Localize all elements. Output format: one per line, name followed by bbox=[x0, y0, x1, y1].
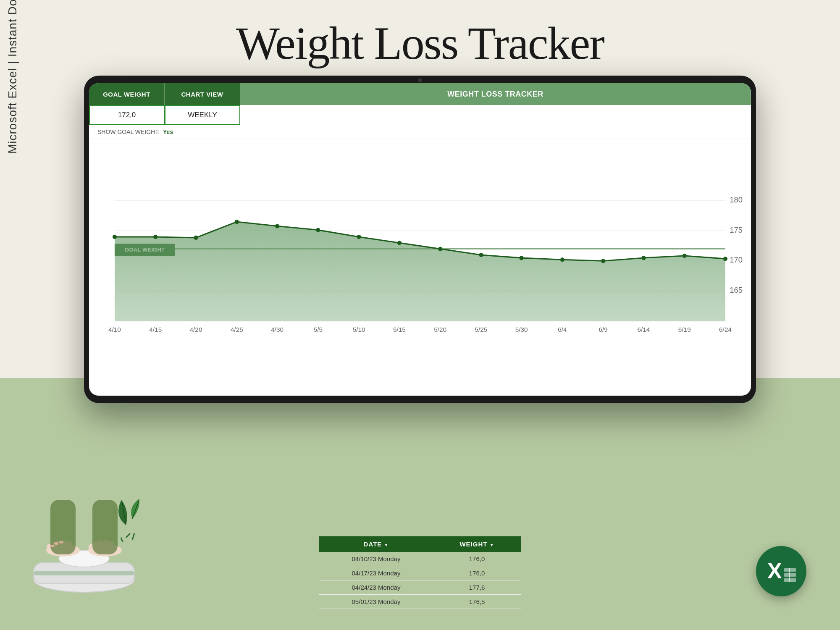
svg-text:170: 170 bbox=[730, 255, 743, 264]
svg-text:5/30: 5/30 bbox=[515, 326, 528, 333]
svg-point-25 bbox=[560, 257, 564, 262]
svg-point-23 bbox=[479, 253, 483, 257]
date-cell: 04/24/23 Monday bbox=[319, 580, 433, 595]
table-row: 05/01/23 Monday 176,5 bbox=[319, 595, 521, 609]
svg-text:180: 180 bbox=[730, 195, 743, 204]
weight-column-header[interactable]: WEIGHT ▼ bbox=[433, 536, 521, 552]
svg-text:5/25: 5/25 bbox=[475, 326, 487, 333]
svg-text:4/10: 4/10 bbox=[108, 326, 121, 333]
svg-point-27 bbox=[641, 256, 646, 260]
svg-line-76 bbox=[121, 538, 123, 542]
svg-point-24 bbox=[520, 256, 524, 260]
svg-point-14 bbox=[113, 235, 117, 239]
tablet-device: GOAL WEIGHT CHART VIEW Weight Loss Track… bbox=[84, 76, 756, 403]
page-title: Weight Loss Tracker bbox=[0, 17, 840, 70]
svg-rect-48 bbox=[784, 573, 796, 577]
svg-point-22 bbox=[438, 247, 442, 251]
sheet-inputs: 172,0 WEEKLY bbox=[89, 105, 751, 125]
table-row: 04/24/23 Monday 177,6 bbox=[319, 580, 521, 595]
weight-filter-icon[interactable]: ▼ bbox=[490, 543, 494, 547]
show-goal-label: SHOW GOAL WEIGHT: bbox=[97, 129, 160, 135]
show-goal-value[interactable]: Yes bbox=[163, 129, 173, 135]
svg-text:5/5: 5/5 bbox=[314, 326, 323, 333]
sheet-header: GOAL WEIGHT CHART VIEW Weight Loss Track… bbox=[89, 83, 751, 105]
svg-line-75 bbox=[132, 533, 134, 540]
weight-cell: 177,6 bbox=[433, 580, 521, 595]
show-goal-row: SHOW GOAL WEIGHT: Yes bbox=[89, 125, 751, 139]
weight-cell: 176,0 bbox=[433, 552, 521, 566]
svg-text:4/15: 4/15 bbox=[149, 326, 162, 333]
date-column-header[interactable]: DATE ▼ bbox=[319, 536, 433, 552]
chart-view-input[interactable]: WEEKLY bbox=[165, 105, 240, 125]
svg-text:4/30: 4/30 bbox=[271, 326, 284, 333]
svg-rect-71 bbox=[59, 541, 63, 543]
svg-text:165: 165 bbox=[730, 286, 743, 294]
scale-svg bbox=[25, 479, 143, 605]
svg-text:5/15: 5/15 bbox=[393, 326, 406, 333]
svg-point-16 bbox=[194, 236, 198, 240]
svg-text:5/20: 5/20 bbox=[434, 326, 446, 333]
weight-data-table: DATE ▼ WEIGHT ▼ 04/10/23 Monday 176,0 04… bbox=[319, 536, 521, 609]
svg-rect-68 bbox=[92, 500, 118, 554]
svg-text:6/24: 6/24 bbox=[719, 326, 732, 333]
tablet-frame: GOAL WEIGHT CHART VIEW Weight Loss Track… bbox=[84, 76, 756, 403]
date-cell: 04/17/23 Monday bbox=[319, 566, 433, 580]
svg-rect-47 bbox=[784, 568, 796, 572]
table-row: 04/17/23 Monday 176,0 bbox=[319, 566, 521, 580]
svg-point-26 bbox=[601, 259, 605, 263]
excel-logo-svg: X bbox=[762, 552, 800, 590]
date-cell: 04/10/23 Monday bbox=[319, 552, 433, 566]
svg-point-17 bbox=[235, 220, 239, 224]
side-text: Microsoft Excel | Instant Download bbox=[6, 0, 19, 154]
weight-chart: 180 175 170 165 GOAL WEIGHT bbox=[97, 139, 743, 391]
svg-text:175: 175 bbox=[730, 226, 743, 234]
svg-rect-70 bbox=[54, 542, 58, 545]
svg-point-18 bbox=[275, 224, 279, 228]
data-table-container: DATE ▼ WEIGHT ▼ 04/10/23 Monday 176,0 04… bbox=[311, 536, 529, 609]
svg-text:6/9: 6/9 bbox=[599, 326, 608, 333]
chart-view-header: CHART VIEW bbox=[165, 83, 240, 105]
svg-rect-54 bbox=[34, 571, 134, 575]
svg-point-15 bbox=[153, 235, 158, 239]
svg-text:6/14: 6/14 bbox=[638, 326, 650, 333]
svg-text:5/10: 5/10 bbox=[353, 326, 365, 333]
weight-cell: 176,0 bbox=[433, 566, 521, 580]
svg-point-21 bbox=[397, 241, 402, 245]
goal-weight-header: GOAL WEIGHT bbox=[89, 83, 165, 105]
svg-point-29 bbox=[723, 257, 727, 261]
table-row: 04/10/23 Monday 176,0 bbox=[319, 552, 521, 566]
svg-text:4/20: 4/20 bbox=[190, 326, 202, 333]
scale-area bbox=[25, 479, 143, 605]
app-title-header: Weight Loss Tracker bbox=[240, 83, 751, 105]
svg-rect-69 bbox=[50, 545, 55, 547]
svg-text:6/19: 6/19 bbox=[678, 326, 691, 333]
excel-icon: X bbox=[756, 546, 806, 596]
chart-area: 180 175 170 165 GOAL WEIGHT bbox=[89, 139, 751, 396]
weight-cell: 176,5 bbox=[433, 595, 521, 609]
spreadsheet: GOAL WEIGHT CHART VIEW Weight Loss Track… bbox=[89, 83, 751, 396]
date-filter-icon[interactable]: ▼ bbox=[384, 543, 389, 547]
svg-text:X: X bbox=[767, 559, 782, 583]
svg-text:6/4: 6/4 bbox=[558, 326, 567, 333]
camera bbox=[418, 78, 422, 82]
goal-weight-input[interactable]: 172,0 bbox=[89, 105, 165, 125]
svg-line-74 bbox=[126, 533, 130, 538]
date-cell: 05/01/23 Monday bbox=[319, 595, 433, 609]
svg-point-19 bbox=[316, 228, 320, 232]
svg-text:4/25: 4/25 bbox=[231, 326, 243, 333]
svg-rect-49 bbox=[784, 578, 796, 582]
svg-point-28 bbox=[682, 254, 687, 258]
svg-point-20 bbox=[357, 235, 361, 239]
tablet-screen: GOAL WEIGHT CHART VIEW Weight Loss Track… bbox=[89, 83, 751, 396]
